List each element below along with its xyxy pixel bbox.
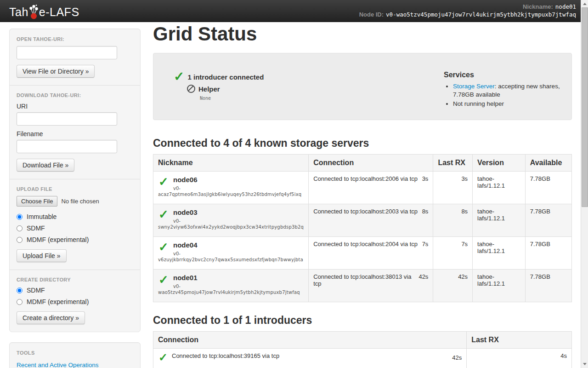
filename-input[interactable] — [17, 140, 117, 153]
connection-age: 8s — [422, 208, 429, 215]
upload-format-sdmf[interactable]: SDMF — [17, 224, 133, 232]
immutable-radio[interactable] — [17, 214, 23, 220]
introducers-section-title: Connected to 1 of 1 introducers — [153, 314, 572, 327]
tahoe-lafs-logo[interactable]: Tah e-LAFS — [9, 3, 79, 19]
storage-server-row: ✓ node01 v0-wao5tzv45pmoju47jow7rvl4ukir… — [153, 270, 572, 302]
last-rx-value: 8s — [433, 204, 473, 237]
connected-check-icon: ✓ — [158, 352, 168, 362]
sidebar-forms-box: OPEN TAHOE-URI: View File or Directory »… — [9, 29, 141, 332]
mdmf-radio[interactable] — [17, 237, 23, 243]
version-value: tahoe-lafs/1.12.1 — [473, 270, 526, 302]
sidebar: OPEN TAHOE-URI: View File or Directory »… — [9, 29, 141, 368]
connection-text: Connected to tcp:localhost:2006 via tcp — [313, 175, 418, 182]
server-nickname: node01 — [173, 273, 304, 282]
server-node-id: v0-swny2viyw63ofxwi4x2yykd2woqjbpx3cw34x… — [158, 218, 304, 230]
view-file-button[interactable]: View File or Directory » — [17, 65, 95, 78]
top-navbar: Tah e-LAFS Nickname:node01 Node ID:v0-wa… — [0, 0, 588, 22]
sdmf-radio-label: SDMF — [27, 224, 45, 232]
storage-server-link[interactable]: Storage Server — [453, 83, 495, 90]
create-directory-button[interactable]: Create a directory » — [17, 311, 85, 324]
upload-format-mdmf[interactable]: MDMF (experimental) — [17, 236, 133, 243]
server-nickname: node03 — [173, 208, 304, 217]
connected-check-icon: ✓ — [158, 242, 169, 253]
upload-file-button[interactable]: Upload File » — [17, 249, 67, 262]
connected-check-icon: ✓ — [158, 209, 169, 220]
introducers-table: Connection Last RX ✓ 42s Connected to tc… — [153, 331, 572, 368]
immutable-radio-label: Immutable — [27, 213, 57, 220]
storage-server-row: ✓ node03 v0-swny2viyw63ofxwi4x2yykd2woqj… — [153, 204, 572, 237]
connection-text: Connected to tcp:localhost:2004 via tcp — [313, 241, 418, 247]
scrollbar-up-arrow[interactable] — [583, 3, 587, 5]
sdmf-radio[interactable] — [17, 225, 23, 231]
server-nickname: node04 — [173, 241, 304, 249]
connection-age: 42s — [452, 354, 462, 361]
tahoe-tree-icon — [29, 3, 39, 20]
last-rx-value: 4s — [467, 349, 572, 368]
available-value: 7.78GB — [525, 172, 571, 204]
connection-age: 42s — [418, 273, 428, 280]
last-rx-value: 42s — [433, 270, 473, 302]
logo-text-post: e-LAFS — [39, 6, 79, 19]
version-value: tahoe-lafs/1.12.1 — [473, 172, 526, 204]
dir-sdmf-radio[interactable] — [17, 288, 23, 293]
nickname-value: node01 — [555, 3, 576, 10]
node-id-label: Node ID: — [359, 11, 384, 18]
col-header-available: Available — [525, 155, 571, 172]
status-column: ✓ 1 introducer connected Helper None — [174, 71, 264, 101]
recent-operations-link[interactable]: Recent and Active Operations — [17, 362, 99, 368]
col-header-nickname: Nickname — [153, 155, 309, 172]
create-directory-label: CREATE DIRECTORY — [17, 277, 133, 282]
connection-age: 7s — [422, 241, 429, 247]
storage-table-header-row: Nickname Connection Last RX Version Avai… — [153, 155, 572, 172]
grid-summary-well: ✓ 1 introducer connected Helper None Ser… — [153, 53, 572, 120]
version-value: tahoe-lafs/1.12.1 — [473, 204, 526, 237]
sidebar-divider — [10, 85, 140, 86]
services-title: Services — [444, 71, 576, 79]
node-id-line: Node ID:v0-wao5tzv45pmoju47jow7rvl4ukirj… — [359, 11, 576, 18]
download-uri-input[interactable] — [17, 112, 117, 126]
sidebar-divider — [10, 270, 140, 270]
services-list: Storage Server: accepting new shares, 7.… — [453, 82, 576, 108]
available-value: 7.78GB — [525, 270, 571, 302]
server-nickname: node06 — [173, 175, 304, 184]
mdmf-radio-label: MDMF (experimental) — [27, 236, 89, 243]
introducer-row: ✓ 42s Connected to tcp:localhost:39165 v… — [153, 349, 572, 368]
logo-text-pre: Tah — [9, 6, 28, 19]
open-uri-input[interactable] — [17, 46, 117, 59]
file-picker: Choose File No file chosen — [17, 196, 133, 207]
connection-text: Connected to tcp:localhost:39165 via tcp — [172, 352, 279, 359]
storage-server-row: ✓ node04 v0-v6zuyjkbrrkqy2bvc2cny7qwax5s… — [153, 237, 572, 270]
vertical-scrollbar[interactable] — [581, 0, 588, 368]
available-value: 7.78GB — [525, 237, 571, 270]
last-rx-value: 7s — [433, 237, 473, 270]
uri-field-label: URI — [17, 103, 133, 110]
scrollbar-down-arrow[interactable] — [583, 363, 587, 365]
choose-file-button[interactable]: Choose File — [17, 196, 57, 207]
tools-box: TOOLS Recent and Active Operations — [9, 342, 141, 368]
last-rx-value: 3s — [433, 172, 473, 204]
col-header-last-rx: Last RX — [467, 332, 572, 349]
dir-format-sdmf[interactable]: SDMF — [17, 287, 133, 294]
connected-check-icon: ✓ — [174, 71, 184, 83]
helper-service-item: Not running helper — [453, 100, 576, 108]
download-file-button[interactable]: Download File » — [17, 159, 74, 172]
open-uri-label: OPEN TAHOE-URI: — [17, 36, 133, 42]
introducer-status-text: 1 introducer connected — [187, 73, 264, 81]
helper-value: None — [200, 96, 264, 101]
available-value: 7.78GB — [525, 204, 571, 237]
storage-server-row: ✓ node06 v0-acaz7qptmeo6m3asjlgkb6iwlyuq… — [153, 172, 572, 204]
upload-file-label: UPLOAD FILE — [17, 186, 133, 192]
storage-server-item: Storage Server: accepting new shares, 7.… — [453, 82, 576, 99]
services-column: Services Storage Server: accepting new s… — [444, 71, 576, 109]
storage-servers-table: Nickname Connection Last RX Version Avai… — [153, 154, 572, 302]
dir-format-mdmf[interactable]: MDMF (experimental) — [17, 298, 133, 305]
introducers-table-header-row: Connection Last RX — [153, 332, 572, 349]
upload-format-immutable[interactable]: Immutable — [17, 213, 133, 220]
file-chosen-status: No file chosen — [61, 198, 99, 205]
connection-text: Connected to tcp:localhost:38013 via tcp — [313, 273, 411, 287]
scrollbar-thumb[interactable] — [582, 7, 588, 207]
connection-age: 3s — [422, 175, 429, 182]
dir-mdmf-radio[interactable] — [17, 299, 23, 305]
col-header-connection: Connection — [153, 332, 467, 349]
dir-mdmf-radio-label: MDMF (experimental) — [27, 298, 89, 305]
